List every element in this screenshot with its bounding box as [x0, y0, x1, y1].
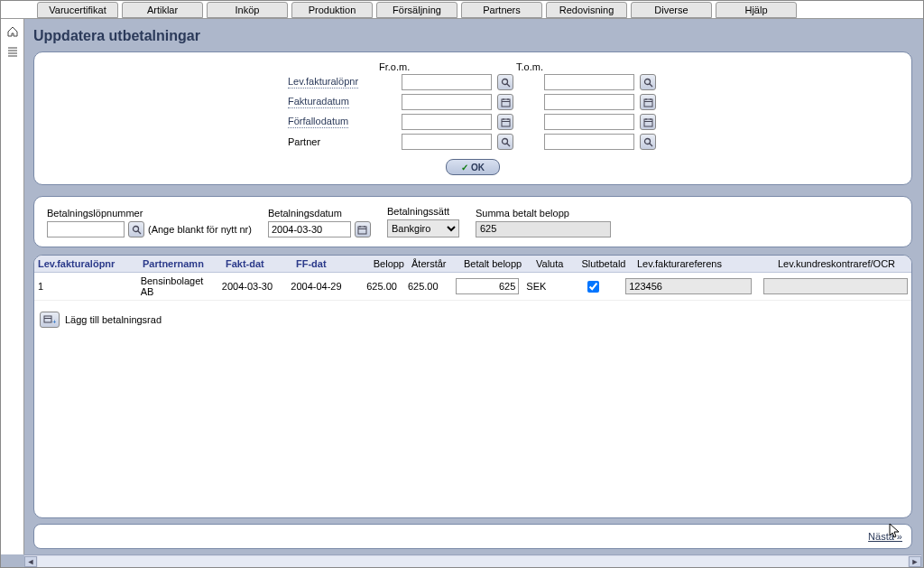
svg-point-4 [502, 79, 507, 84]
cell-levnr: 1 [34, 278, 137, 294]
svg-line-7 [650, 84, 652, 87]
content-area: Uppdatera utbetalningar Fr.o.m. T.o.m. L… [24, 19, 921, 554]
search-icon[interactable] [640, 134, 656, 150]
filter-levnr-from-input[interactable] [402, 74, 492, 90]
th-ref: Lev.fakturareferens [633, 256, 774, 272]
menu-tab-artiklar[interactable]: Artiklar [122, 2, 203, 18]
horizontal-scrollbar[interactable]: ◄ ► [24, 554, 921, 567]
sidebar [1, 19, 24, 554]
cell-betalt-input[interactable] [456, 278, 519, 294]
payment-info-panel: Betalningslöpnummer (Ange blankt för nyt… [33, 196, 912, 247]
footer-panel: Nästa » [33, 524, 912, 549]
cell-belopp: 625.00 [356, 278, 401, 294]
svg-rect-34 [44, 316, 51, 322]
filter-panel: Fr.o.m. T.o.m. Lev.fakturalöpnr Fakturad… [33, 51, 912, 185]
th-ffdat[interactable]: FF-dat [292, 256, 363, 272]
svg-point-6 [644, 79, 650, 84]
calendar-icon[interactable] [640, 94, 656, 110]
menu-tab-diverse[interactable]: Diverse [631, 2, 712, 18]
filter-faktdat-from-input[interactable] [402, 94, 492, 110]
th-belopp: Belopp [363, 256, 408, 272]
svg-rect-30 [358, 227, 366, 234]
method-select[interactable]: Bankgiro [387, 219, 459, 237]
cell-ocr-input[interactable] [763, 278, 908, 294]
filter-label-ffdat: Förfallodatum [288, 116, 348, 128]
scroll-right-icon[interactable]: ► [909, 556, 921, 567]
method-label: Betalningssätt [387, 206, 459, 217]
col-to-label: T.o.m. [516, 61, 624, 72]
paynum-input[interactable] [47, 221, 125, 237]
menu-tab-varucertifikat[interactable]: Varucertifikat [37, 2, 118, 18]
add-row[interactable]: + Lägg till betalningsrad [34, 301, 911, 339]
th-slut: Slutbetald [574, 256, 633, 272]
paynum-label: Betalningslöpnummer [47, 208, 252, 219]
calendar-icon[interactable] [497, 94, 513, 110]
svg-line-5 [507, 84, 510, 87]
svg-rect-12 [644, 99, 652, 107]
svg-line-27 [650, 144, 652, 146]
th-betalt: Betalt belopp [460, 256, 532, 272]
menu-tab-redovisning[interactable]: Redovisning [546, 2, 627, 18]
menu-tab-forsaljning[interactable]: Försäljning [376, 2, 457, 18]
search-icon[interactable] [497, 134, 513, 150]
svg-text:+: + [52, 318, 56, 325]
th-aterstar: Återstår [408, 256, 460, 272]
th-ocr: Lev.kundreskontraref/OCR [774, 256, 911, 272]
th-valuta: Valuta [532, 256, 574, 272]
svg-rect-8 [502, 99, 510, 107]
filter-partner-to-input[interactable] [544, 134, 634, 150]
filter-ffdat-from-input[interactable] [402, 114, 492, 130]
ok-button[interactable]: ✓ OK [446, 159, 500, 175]
scroll-left-icon[interactable]: ◄ [24, 556, 37, 567]
filter-faktdat-to-input[interactable] [544, 94, 634, 110]
list-icon[interactable] [5, 44, 20, 59]
table-row: 1 Bensinbolaget AB 2004-03-30 2004-04-29… [34, 273, 911, 301]
filter-label-faktdat: Fakturadatum [288, 96, 349, 108]
calendar-icon[interactable] [355, 221, 371, 237]
menu-tab-hjalp[interactable]: Hjälp [716, 2, 797, 18]
col-from-label: Fr.o.m. [379, 61, 487, 72]
filter-partner-from-input[interactable] [402, 134, 492, 150]
paydate-label: Betalningsdatum [268, 208, 371, 219]
filter-levnr-to-input[interactable] [544, 74, 634, 90]
calendar-icon[interactable] [640, 114, 656, 130]
table-panel: Lev.fakturalöpnr Partnernamn Fakt-dat FF… [33, 255, 912, 518]
th-faktdat[interactable]: Fakt-dat [222, 256, 292, 272]
menu-bar: Varucertifikat Artiklar Inköp Produktion… [1, 1, 923, 19]
menu-tab-produktion[interactable]: Produktion [291, 2, 373, 18]
menu-tab-partners[interactable]: Partners [461, 2, 542, 18]
calendar-icon[interactable] [497, 114, 513, 130]
check-icon: ✓ [461, 163, 468, 172]
cell-aterstar: 625.00 [401, 278, 452, 294]
scroll-track[interactable] [38, 556, 908, 567]
svg-point-24 [502, 138, 507, 144]
add-row-label: Lägg till betalningsrad [65, 314, 162, 325]
search-icon[interactable] [128, 221, 144, 237]
table-header: Lev.fakturalöpnr Partnernamn Fakt-dat FF… [34, 256, 911, 273]
cell-slut-checkbox[interactable] [587, 281, 599, 293]
next-link[interactable]: Nästa » [868, 531, 902, 542]
svg-point-28 [133, 226, 138, 231]
paydate-input[interactable] [268, 221, 351, 237]
th-partner[interactable]: Partnernamn [139, 256, 222, 272]
cell-ref-input[interactable] [625, 278, 752, 294]
home-icon[interactable] [5, 24, 20, 39]
svg-rect-20 [644, 119, 652, 126]
filter-label-levnr: Lev.fakturalöpnr [288, 76, 358, 88]
svg-line-29 [138, 231, 141, 234]
th-levnr[interactable]: Lev.fakturalöpnr [34, 256, 139, 272]
filter-ffdat-to-input[interactable] [544, 114, 634, 130]
add-row-icon[interactable]: + [40, 312, 60, 328]
menu-tab-inkop[interactable]: Inköp [207, 2, 288, 18]
svg-rect-16 [502, 119, 510, 126]
sum-value: 625 [476, 221, 611, 237]
cell-faktdat: 2004-03-30 [218, 278, 287, 294]
ok-button-label: OK [471, 163, 485, 172]
cell-valuta: SEK [522, 278, 563, 294]
cell-partner: Bensinbolaget AB [137, 273, 218, 300]
search-icon[interactable] [497, 74, 513, 90]
sum-label: Summa betalt belopp [476, 208, 611, 219]
svg-line-25 [507, 144, 510, 146]
search-icon[interactable] [640, 74, 656, 90]
svg-point-26 [644, 138, 650, 144]
